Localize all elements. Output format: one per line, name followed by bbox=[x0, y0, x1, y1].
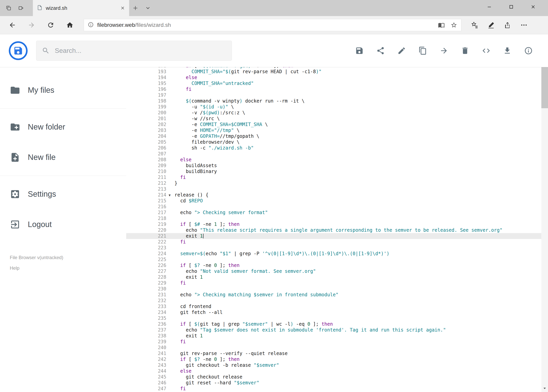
web-note-pen-icon[interactable] bbox=[483, 17, 499, 33]
info-button[interactable] bbox=[520, 42, 537, 59]
code-line-227[interactable]: 227 echo "Not valid semver format. See s… bbox=[126, 268, 541, 274]
rename-button[interactable] bbox=[393, 42, 410, 59]
sidebar-item-new-file[interactable]: New file bbox=[0, 142, 126, 172]
code-line-200[interactable]: 200 -v /$(pwd):/src:z \ bbox=[126, 110, 541, 116]
help-link[interactable]: Help bbox=[10, 265, 19, 271]
code-line-208[interactable]: 208 else bbox=[126, 157, 541, 163]
code-line-204[interactable]: 204 -e GOPATH=//tmp/gopath \ bbox=[126, 133, 541, 139]
code-line-219[interactable]: 219 if [ $# -ne 1 ]; then bbox=[126, 221, 541, 227]
line-gutter: 237 bbox=[126, 327, 173, 333]
code-line-216[interactable]: 216 bbox=[126, 204, 541, 210]
save-button[interactable] bbox=[351, 42, 368, 59]
filebrowser-logo-icon[interactable] bbox=[9, 41, 28, 60]
code-line-201[interactable]: 201 -w //src \ bbox=[126, 116, 541, 121]
sidebar-item-settings[interactable]: Settings bbox=[0, 179, 126, 209]
code-line-238[interactable]: 238 exit 1 bbox=[126, 333, 541, 339]
code-line-222[interactable]: 222 fi bbox=[126, 239, 541, 245]
code-line-234[interactable]: 234 git fetch --all bbox=[126, 309, 541, 315]
move-button[interactable] bbox=[435, 42, 452, 59]
code-line-215[interactable]: 215 cd $REPO bbox=[126, 198, 541, 204]
code-line-228[interactable]: 228 exit 1 bbox=[126, 274, 541, 280]
back-icon[interactable] bbox=[3, 17, 22, 33]
code-line-209[interactable]: 209 buildAssets bbox=[126, 163, 541, 168]
code-line-192[interactable]: 192 if [ "$(command -v git)" != "" ]; th… bbox=[126, 67, 541, 69]
code-line-194[interactable]: 194 else bbox=[126, 75, 541, 80]
code-line-220[interactable]: 220 echo "This release script requires a… bbox=[126, 227, 541, 233]
code-line-236[interactable]: 236 if [ $(git tag | grep "$semver" | wc… bbox=[126, 321, 541, 327]
more-options-icon[interactable] bbox=[516, 17, 532, 33]
code-line-195[interactable]: 195 COMMIT_SHA="untracked" bbox=[126, 80, 541, 86]
code-line-211[interactable]: 211 fi bbox=[126, 174, 541, 180]
code-line-221[interactable]: 221 exit 1 bbox=[126, 233, 541, 239]
code-line-231[interactable]: 231 echo "> Checking matching $semver in… bbox=[126, 292, 541, 298]
code-line-223[interactable]: 223 bbox=[126, 245, 541, 251]
download-button[interactable] bbox=[499, 42, 516, 59]
code-line-229[interactable]: 229 fi bbox=[126, 280, 541, 286]
code-line-202[interactable]: 202 -e COMMIT_SHA=$COMMIT_SHA \ bbox=[126, 121, 541, 127]
code-line-197[interactable]: 197 bbox=[126, 92, 541, 98]
code-line-226[interactable]: 226 if [ $? -ne 0 ]; then bbox=[126, 262, 541, 268]
tab-list-chevron-icon[interactable] bbox=[142, 0, 154, 16]
code-line-206[interactable]: 206 sh -c "./wizard.sh -b" bbox=[126, 145, 541, 151]
code-line-218[interactable]: 218 bbox=[126, 216, 541, 221]
code-line-196[interactable]: 196 fi bbox=[126, 86, 541, 92]
home-icon[interactable] bbox=[60, 17, 79, 33]
maximize-button[interactable] bbox=[500, 0, 522, 14]
fold-arrow-icon[interactable]: ▾ bbox=[166, 192, 173, 198]
forward-icon[interactable] bbox=[22, 17, 41, 33]
code-line-230[interactable]: 230 bbox=[126, 286, 541, 292]
code-line-199[interactable]: 199 -u "$(id -u)" \ bbox=[126, 104, 541, 110]
delete-button[interactable] bbox=[457, 42, 474, 59]
code-line-224[interactable]: 224 semver=$(echo "$1" | grep -P '^v(0|[… bbox=[126, 251, 541, 257]
code-line-237[interactable]: 237 echo "Tag $semver does not exist in … bbox=[126, 327, 541, 333]
address-bar[interactable]: filebrowser.web/files/wizard.sh bbox=[84, 19, 461, 31]
code-line-243[interactable]: 243 git checkout -b release "$semver" bbox=[126, 362, 541, 368]
code-line-241[interactable]: 241 git rev-parse --verify --quiet relea… bbox=[126, 350, 541, 356]
reading-view-icon[interactable] bbox=[438, 22, 445, 28]
code-line-214[interactable]: 214▾release () { bbox=[126, 192, 541, 198]
code-line-193[interactable]: 193 COMMIT_SHA="$(git rev-parse HEAD | c… bbox=[126, 69, 541, 75]
copy-button[interactable] bbox=[414, 42, 431, 59]
code-line-225[interactable]: 225 bbox=[126, 257, 541, 262]
share-button[interactable] bbox=[372, 42, 389, 59]
code-line-207[interactable]: 207 bbox=[126, 151, 541, 157]
search-box[interactable] bbox=[36, 41, 232, 61]
code-line-239[interactable]: 239 fi bbox=[126, 339, 541, 345]
favorite-star-icon[interactable] bbox=[451, 22, 457, 28]
code-editor[interactable]: 192 if [ "$(command -v git)" != "" ]; th… bbox=[126, 67, 541, 392]
sidebar-item-logout[interactable]: Logout bbox=[0, 209, 126, 239]
scrollbar[interactable] bbox=[541, 34, 548, 392]
tab-preview-icon[interactable] bbox=[2, 0, 15, 16]
minimize-button[interactable] bbox=[478, 0, 500, 14]
sidebar-item-my-files[interactable]: My files bbox=[0, 75, 126, 105]
code-line-242[interactable]: 242 if [ $? -ne 0 ]; then bbox=[126, 356, 541, 362]
code-line-233[interactable]: 233 cd frontend bbox=[126, 304, 541, 309]
new-tab-button[interactable] bbox=[129, 0, 142, 16]
hub-favorites-icon[interactable] bbox=[466, 17, 483, 33]
code-line-247[interactable]: 247 fi bbox=[126, 386, 541, 392]
code-line-212[interactable]: 212} bbox=[126, 180, 541, 186]
code-line-210[interactable]: 210 buildBinary bbox=[126, 168, 541, 174]
code-line-213[interactable]: 213 bbox=[126, 186, 541, 192]
scroll-down-icon[interactable] bbox=[541, 385, 548, 392]
code-line-235[interactable]: 235 bbox=[126, 315, 541, 321]
tab-wizard-sh[interactable]: wizard.sh bbox=[33, 0, 129, 16]
close-button[interactable] bbox=[522, 0, 544, 14]
code-line-232[interactable]: 232 bbox=[126, 298, 541, 304]
code-line-240[interactable]: 240 bbox=[126, 345, 541, 350]
code-view-button[interactable] bbox=[478, 42, 495, 59]
code-line-203[interactable]: 203 -e HOME="//tmp" \ bbox=[126, 127, 541, 133]
code-line-205[interactable]: 205 filebrowser/dev \ bbox=[126, 139, 541, 145]
code-line-217[interactable]: 217 echo "> Checking semver format" bbox=[126, 210, 541, 216]
share-page-icon[interactable] bbox=[499, 17, 516, 33]
code-line-244[interactable]: 244 else bbox=[126, 368, 541, 374]
refresh-icon[interactable] bbox=[41, 17, 60, 33]
set-tabs-aside-icon[interactable] bbox=[15, 0, 28, 16]
page-info-icon[interactable] bbox=[88, 22, 94, 28]
code-line-246[interactable]: 246 git reset --hard "$semver" bbox=[126, 380, 541, 386]
code-line-245[interactable]: 245 git checkout release bbox=[126, 374, 541, 380]
code-line-198[interactable]: 198 $(command -v winpty) docker run --rm… bbox=[126, 98, 541, 104]
search-input[interactable] bbox=[55, 47, 226, 54]
tab-close-icon[interactable] bbox=[120, 6, 125, 11]
sidebar-item-new-folder[interactable]: New folder bbox=[0, 112, 126, 142]
